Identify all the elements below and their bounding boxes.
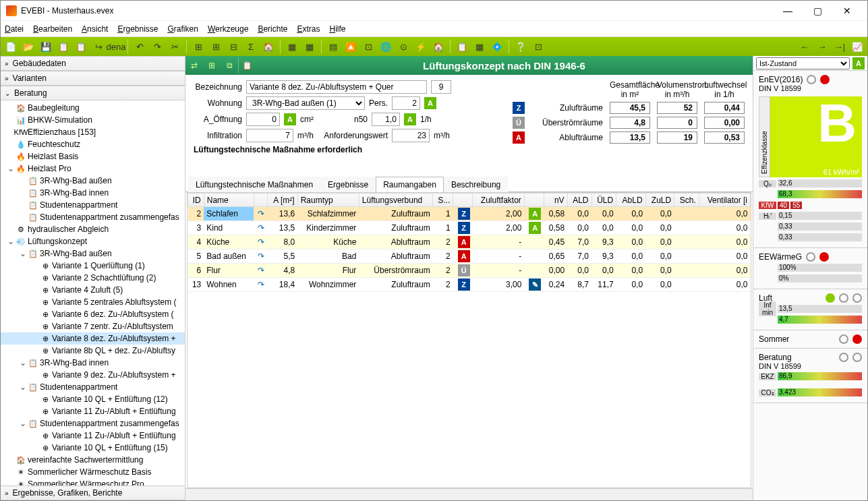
tree-item[interactable]: ⚙hydraulischer Abgleich	[1, 223, 185, 235]
tree-item[interactable]: ⊕Variante 1 Querlüftung (1)	[1, 260, 185, 272]
tree-item[interactable]: KfWEffizienzhaus [153]	[1, 126, 185, 138]
anf-input[interactable]	[392, 129, 430, 142]
menu-berichte[interactable]: Berichte	[258, 24, 287, 34]
tree-item[interactable]: ⊕Variante 11 Zu-/Abluft + Entlüftung	[1, 430, 185, 442]
table-wrap[interactable]: IDNameA [m²]RaumtypLüftungsverbundS...Zu…	[187, 192, 751, 488]
tool-31[interactable]: 💠	[490, 39, 504, 54]
tool-64[interactable]: 📈	[850, 39, 865, 54]
tool-15[interactable]: Σ	[243, 39, 258, 54]
maximize-button[interactable]: ▢	[803, 1, 832, 20]
tool-6[interactable]: dena	[109, 39, 123, 54]
tool-29[interactable]: 📋	[455, 39, 469, 54]
tree-item[interactable]: 🔥Heizlast Basis	[1, 150, 185, 163]
tree-item[interactable]: 📊BHKW-Simulation	[1, 114, 185, 126]
tree-item[interactable]: ⊕Variante 11 Zu-/Abluft + Entlüftung	[1, 405, 185, 417]
tool-33[interactable]: ❔	[513, 39, 528, 54]
tree-item[interactable]: ⌄🔥Heizlast Pro	[1, 163, 185, 175]
wohnung-select[interactable]: 3R-Whg-Bad außen (1)	[246, 96, 365, 110]
accordion-varianten[interactable]: »Varianten	[1, 71, 185, 86]
tree-item[interactable]: ⌄📋Studentenappartment zusammengefas	[1, 417, 185, 430]
tool-27[interactable]: 🏠	[431, 39, 446, 54]
tool-1[interactable]: 📂	[21, 39, 36, 54]
tree-item[interactable]: 📋3R-Whg-Bad innen	[1, 187, 185, 199]
tab-1[interactable]: Ergebnisse	[320, 177, 376, 192]
tree-item[interactable]: 📋Studentenappartment	[1, 199, 185, 211]
tree-item[interactable]: ⌄📋3R-Whg-Bad innen	[1, 357, 185, 369]
minimize-button[interactable]: —	[773, 1, 803, 20]
tree-item[interactable]: ⊕Variante 10 QL + Entlüftung (15)	[1, 442, 185, 454]
accordion-ergebnisse[interactable]: »Ergebnisse, Grafiken, Berichte	[1, 485, 185, 500]
menu-hilfe[interactable]: Hilfe	[329, 24, 345, 34]
menu-ansicht[interactable]: Ansicht	[82, 24, 108, 34]
tool-14[interactable]: ⊟	[226, 39, 241, 54]
tree-item[interactable]: ⊕Variante 8 dez. Zu-/Abluftsystem +	[1, 332, 185, 345]
h-scrollbar[interactable]	[185, 488, 753, 500]
table-row[interactable]: 3Kind↷13,5KinderzimmerZuluftraum1Z2,00A0…	[188, 221, 751, 235]
tool-19[interactable]: ▦	[302, 39, 317, 54]
tool-23[interactable]: ⊡	[361, 39, 376, 54]
tool-2[interactable]: 💾	[38, 39, 53, 54]
menu-grafiken[interactable]: Grafiken	[168, 24, 198, 34]
tool-18[interactable]: ▦	[285, 39, 299, 54]
subtool-2[interactable]: ⊞	[203, 57, 221, 73]
n50-input[interactable]	[372, 113, 400, 126]
tree-item[interactable]: 💧Feuchteschutz	[1, 138, 185, 150]
bezeichnung-input[interactable]	[246, 80, 427, 94]
table-row[interactable]: 6Flur↷4,8FlurÜberströmraum2Ü-0,000,00,00…	[188, 264, 751, 278]
menu-datei[interactable]: Datei	[5, 24, 24, 34]
subtool-3[interactable]: ⧉	[221, 57, 238, 73]
menu-werkzeuge[interactable]: Werkzeuge	[208, 24, 248, 34]
tab-2[interactable]: Raumangaben	[376, 177, 444, 192]
tool-3[interactable]: 📋	[56, 39, 71, 54]
tree-item[interactable]: ⊕Variante 10 QL + Entlüftung (12)	[1, 393, 185, 405]
tree-item[interactable]: ☀Sommerlicher Wärmeschutz Pro	[1, 478, 185, 485]
tree-item[interactable]: 🏠Baubegleitung	[1, 102, 185, 114]
table-row[interactable]: 5Bad außen↷5,5BadAbluftraum2A-0,657,09,3…	[188, 249, 751, 264]
tree-item[interactable]: 📋3R-Whg-Bad außen	[1, 175, 185, 187]
tool-5[interactable]: ↪	[91, 39, 106, 54]
tool-16[interactable]: 🏠	[261, 39, 276, 54]
tree-item[interactable]: ⊕Variante 7 zentr. Zu-/Abluftsystem	[1, 320, 185, 332]
close-button[interactable]: ✕	[832, 1, 862, 20]
menu-ergebnisse[interactable]: Ergebnisse	[117, 24, 158, 34]
tree-item[interactable]: ⌄📋3R-Whg-Bad außen	[1, 247, 185, 260]
tree[interactable]: 🏠Baubegleitung📊BHKW-SimulationKfWEffizie…	[1, 100, 185, 485]
menu-bearbeiten[interactable]: Bearbeiten	[33, 24, 72, 34]
tool-25[interactable]: ⊙	[396, 39, 411, 54]
tree-item[interactable]: ⊕Variante 9 dez. Zu-/Abluftsystem +	[1, 369, 185, 381]
infil-input[interactable]	[246, 129, 293, 142]
tool-61[interactable]: ←	[797, 39, 812, 54]
table-row[interactable]: 13Wohnen↷18,4WohnzimmerZuluftraum2Z3,00✎…	[188, 278, 751, 292]
table-row[interactable]: 4Küche↷8,0KücheAbluftraum2A-0,457,09,30,…	[188, 235, 751, 249]
tree-item[interactable]: ⊕Variante 8b QL + dez. Zu-/Abluftsy	[1, 345, 185, 357]
tree-item[interactable]: ⊕Variante 5 zentrales Abluftsystem (	[1, 296, 185, 308]
accordion-gebaeudedaten[interactable]: »Gebäudedaten	[1, 56, 185, 71]
tool-0[interactable]: 📄	[3, 39, 18, 54]
subtool-4[interactable]: 📋	[238, 57, 256, 73]
tool-12[interactable]: ⊞	[191, 39, 206, 54]
tree-item[interactable]: ☀Sommerlicher Wärmeschutz Basis	[1, 466, 185, 478]
tool-13[interactable]: ⊞	[208, 39, 223, 54]
tree-item[interactable]: ⊕Variante 6 dez. Zu-/Abluftsystem (	[1, 308, 185, 320]
tab-3[interactable]: Beschreibung	[444, 177, 508, 192]
tree-item[interactable]: ⊕Variante 2 Schachtlüftung (2)	[1, 272, 185, 284]
tree-item[interactable]: ⊕Variante 4 Zuluft (5)	[1, 284, 185, 296]
tool-24[interactable]: 🌐	[378, 39, 393, 54]
subtool-1[interactable]: ⇄	[185, 57, 203, 73]
tree-item[interactable]: ⌄📋Studentenappartment	[1, 381, 185, 393]
tab-0[interactable]: Lüftungstechnische Maßnahmen	[188, 177, 320, 192]
tool-22[interactable]: 🔼	[343, 39, 358, 54]
tree-item[interactable]: 🏠vereinfachte Sachwertermittlung	[1, 454, 185, 466]
tool-8[interactable]: ↶	[132, 39, 147, 54]
tool-34[interactable]: ⊡	[531, 39, 546, 54]
accordion-beratung[interactable]: ⌄Beratung	[1, 86, 185, 100]
tool-30[interactable]: ▦	[472, 39, 487, 54]
table-row[interactable]: 2Schlafen↷13,6SchlafzimmerZuluftraum1Z2,…	[188, 207, 751, 221]
tree-item[interactable]: 📋Studentenappartment zusammengefas	[1, 211, 185, 223]
pers-input[interactable]	[392, 96, 420, 110]
tool-9[interactable]: ↷	[150, 39, 165, 54]
menu-extras[interactable]: Extras	[297, 24, 320, 34]
state-select[interactable]: Ist-Zustand	[756, 57, 850, 69]
tool-26[interactable]: ⚡	[413, 39, 428, 54]
tree-item[interactable]: ⌄💨Lüftungskonzept	[1, 235, 185, 247]
